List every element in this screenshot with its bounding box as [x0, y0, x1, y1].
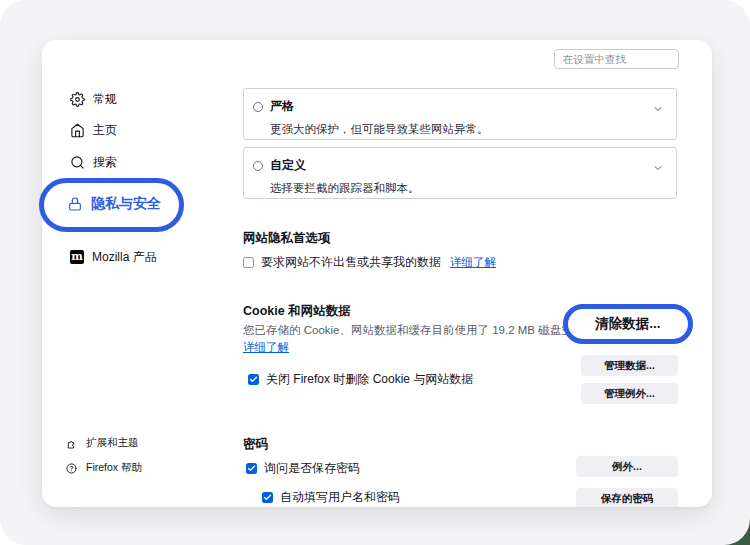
sidebar-item-label: 扩展和主题: [86, 436, 139, 450]
section-heading-website-privacy: 网站隐私首选项: [243, 230, 331, 247]
ask-to-save-row: 询问是否保存密码: [246, 460, 360, 477]
sidebar-item-extensions-themes[interactable]: 扩展和主题: [66, 435, 139, 451]
dnt-checkbox-row: 要求网站不许出售或共享我的数据 详细了解: [243, 254, 496, 271]
delete-on-close-row: 关闭 Firefox 时删除 Cookie 与网站数据: [248, 371, 473, 388]
chevron-down-icon[interactable]: [652, 160, 664, 172]
tracking-option-strict[interactable]: 严格 更强大的保护，但可能导致某些网站异常。: [243, 88, 677, 140]
sidebar-item-mozilla-products[interactable]: m Mozilla 产品: [70, 247, 157, 267]
do-not-sell-checkbox[interactable]: [243, 257, 254, 268]
sidebar-item-label: Mozilla 产品: [92, 249, 157, 266]
delete-on-close-checkbox[interactable]: [248, 374, 259, 385]
option-title: 严格: [270, 98, 294, 115]
ask-to-save-checkbox[interactable]: [246, 463, 257, 474]
checkbox-label: 要求网站不许出售或共享我的数据: [261, 254, 441, 271]
checkbox-label: 自动填写用户名和密码: [280, 489, 400, 506]
autofill-row: 自动填写用户名和密码: [262, 489, 400, 506]
cookies-usage-text: 您已存储的 Cookie、网站数据和缓存目前使用了 19.2 MB 磁盘空间。: [243, 323, 603, 338]
sidebar-item-label: 常规: [93, 91, 117, 108]
gear-icon: [70, 92, 85, 107]
sidebar-item-home[interactable]: 主页: [70, 120, 117, 140]
radio-custom[interactable]: [253, 161, 263, 171]
clear-data-highlight-ring: 清除数据...: [563, 304, 693, 344]
section-heading-cookies: Cookie 和网站数据: [243, 303, 351, 320]
chevron-down-icon[interactable]: [652, 101, 664, 113]
sidebar-item-label: 隐私与安全: [91, 195, 161, 213]
manage-data-button[interactable]: 管理数据...: [581, 355, 678, 376]
sidebar-item-label: 搜索: [93, 154, 117, 171]
option-description: 更强大的保护，但可能导致某些网站异常。: [270, 122, 664, 137]
checkbox-label: 询问是否保存密码: [264, 460, 360, 477]
puzzle-icon: [66, 438, 77, 449]
tracking-option-custom[interactable]: 自定义 选择要拦截的跟踪器和脚本。: [243, 147, 677, 199]
sidebar-item-general[interactable]: 常规: [70, 89, 117, 109]
checkbox-label: 关闭 Firefox 时删除 Cookie 与网站数据: [266, 371, 473, 388]
section-heading-passwords: 密码: [243, 436, 268, 453]
sidebar-item-privacy-security[interactable]: 隐私与安全: [67, 194, 161, 214]
sidebar-item-search[interactable]: 搜索: [70, 152, 117, 172]
sidebar-item-label: Firefox 帮助: [86, 461, 142, 475]
password-exceptions-button[interactable]: 例外...: [576, 456, 678, 477]
learn-more-link[interactable]: 详细了解: [450, 255, 496, 270]
option-description: 选择要拦截的跟踪器和脚本。: [270, 181, 664, 196]
screenshot-canvas: 常规 主页 搜索 隐私与安全 m Mozilla 产品 扩展和主题 Firefo…: [0, 0, 750, 545]
sidebar-item-label: 主页: [93, 122, 117, 139]
saved-passwords-button[interactable]: 保存的密码: [576, 488, 678, 507]
home-icon: [70, 123, 85, 138]
search-icon: [70, 155, 85, 170]
lock-icon: [67, 196, 83, 212]
manage-exceptions-button[interactable]: 管理例外...: [581, 383, 678, 404]
mozilla-logo-icon: m: [70, 250, 84, 264]
firefox-settings-card: 常规 主页 搜索 隐私与安全 m Mozilla 产品 扩展和主题 Firefo…: [42, 40, 712, 507]
option-title: 自定义: [270, 157, 306, 174]
autofill-checkbox[interactable]: [262, 492, 273, 503]
clear-data-button[interactable]: 清除数据...: [595, 315, 660, 333]
cookies-learn-more-link[interactable]: 详细了解: [243, 340, 289, 355]
sidebar-item-firefox-help[interactable]: Firefox 帮助: [66, 460, 142, 476]
question-circle-icon: [66, 463, 77, 474]
radio-strict[interactable]: [253, 102, 263, 112]
settings-search-input[interactable]: [554, 49, 679, 69]
